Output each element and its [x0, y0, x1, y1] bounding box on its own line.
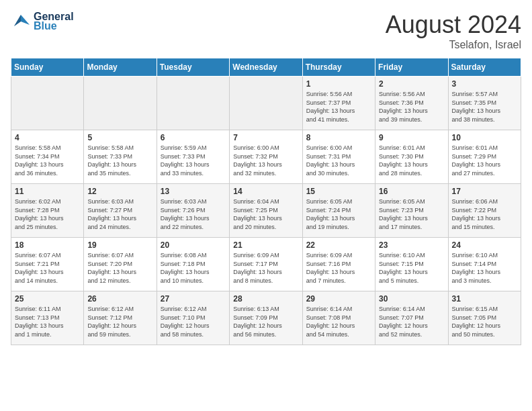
day-number: 19: [87, 240, 152, 250]
calendar-cell: 4Sunrise: 5:58 AM Sunset: 7:34 PM Daylig…: [11, 130, 84, 184]
week-row-0: 1Sunrise: 5:56 AM Sunset: 7:37 PM Daylig…: [11, 77, 521, 130]
day-info: Sunrise: 6:05 AM Sunset: 7:24 PM Dayligh…: [306, 197, 371, 231]
calendar-cell: 12Sunrise: 6:03 AM Sunset: 7:27 PM Dayli…: [84, 184, 157, 238]
week-row-4: 25Sunrise: 6:11 AM Sunset: 7:13 PM Dayli…: [11, 291, 521, 345]
day-number: 14: [233, 187, 298, 196]
day-number: 3: [452, 79, 517, 89]
calendar-cell: 25Sunrise: 6:11 AM Sunset: 7:13 PM Dayli…: [11, 291, 84, 345]
calendar-cell: 19Sunrise: 6:07 AM Sunset: 7:20 PM Dayli…: [84, 238, 157, 291]
header-day-saturday: Saturday: [448, 58, 521, 77]
header-day-friday: Friday: [375, 58, 448, 77]
calendar-cell: [11, 77, 84, 130]
calendar-cell: 5Sunrise: 5:58 AM Sunset: 7:33 PM Daylig…: [84, 130, 157, 184]
day-info: Sunrise: 6:14 AM Sunset: 7:08 PM Dayligh…: [306, 305, 371, 338]
day-info: Sunrise: 5:59 AM Sunset: 7:33 PM Dayligh…: [161, 144, 226, 177]
day-info: Sunrise: 6:01 AM Sunset: 7:29 PM Dayligh…: [452, 144, 517, 177]
day-number: 15: [306, 187, 371, 196]
day-info: Sunrise: 6:07 AM Sunset: 7:20 PM Dayligh…: [87, 251, 152, 285]
day-info: Sunrise: 6:12 AM Sunset: 7:10 PM Dayligh…: [161, 305, 226, 338]
calendar-cell: 6Sunrise: 5:59 AM Sunset: 7:33 PM Daylig…: [157, 130, 229, 184]
header-day-wednesday: Wednesday: [230, 58, 302, 77]
logo-icon: [11, 11, 31, 32]
calendar-cell: [157, 77, 229, 130]
calendar-cell: 26Sunrise: 6:12 AM Sunset: 7:12 PM Dayli…: [84, 291, 157, 345]
day-info: Sunrise: 6:06 AM Sunset: 7:22 PM Dayligh…: [452, 197, 517, 231]
day-info: Sunrise: 6:11 AM Sunset: 7:13 PM Dayligh…: [15, 305, 80, 338]
day-info: Sunrise: 6:10 AM Sunset: 7:14 PM Dayligh…: [452, 251, 517, 285]
calendar-cell: 2Sunrise: 5:56 AM Sunset: 7:36 PM Daylig…: [375, 77, 448, 130]
day-info: Sunrise: 6:03 AM Sunset: 7:26 PM Dayligh…: [161, 197, 226, 231]
day-info: Sunrise: 5:58 AM Sunset: 7:33 PM Dayligh…: [87, 144, 152, 177]
day-info: Sunrise: 5:56 AM Sunset: 7:36 PM Dayligh…: [379, 90, 444, 124]
week-row-1: 4Sunrise: 5:58 AM Sunset: 7:34 PM Daylig…: [11, 130, 521, 184]
day-number: 8: [306, 133, 371, 142]
day-number: 25: [15, 294, 80, 304]
calendar-cell: 1Sunrise: 5:56 AM Sunset: 7:37 PM Daylig…: [302, 77, 375, 130]
calendar-cell: 13Sunrise: 6:03 AM Sunset: 7:26 PM Dayli…: [157, 184, 229, 238]
day-number: 30: [379, 294, 444, 304]
week-row-3: 18Sunrise: 6:07 AM Sunset: 7:21 PM Dayli…: [11, 238, 521, 291]
day-number: 6: [161, 133, 226, 142]
calendar-cell: 22Sunrise: 6:09 AM Sunset: 7:16 PM Dayli…: [302, 238, 375, 291]
day-number: 9: [379, 133, 444, 142]
calendar-cell: 18Sunrise: 6:07 AM Sunset: 7:21 PM Dayli…: [11, 238, 84, 291]
day-info: Sunrise: 6:09 AM Sunset: 7:17 PM Dayligh…: [233, 251, 298, 285]
calendar-cell: 15Sunrise: 6:05 AM Sunset: 7:24 PM Dayli…: [302, 184, 375, 238]
calendar-cell: [84, 77, 157, 130]
calendar-cell: 8Sunrise: 6:00 AM Sunset: 7:31 PM Daylig…: [302, 130, 375, 184]
day-number: 2: [379, 79, 444, 89]
day-info: Sunrise: 5:57 AM Sunset: 7:35 PM Dayligh…: [452, 90, 517, 124]
calendar-cell: 24Sunrise: 6:10 AM Sunset: 7:14 PM Dayli…: [448, 238, 521, 291]
header-day-tuesday: Tuesday: [157, 58, 229, 77]
day-number: 12: [87, 187, 152, 196]
day-info: Sunrise: 6:02 AM Sunset: 7:28 PM Dayligh…: [15, 197, 80, 231]
calendar-cell: 10Sunrise: 6:01 AM Sunset: 7:29 PM Dayli…: [448, 130, 521, 184]
calendar-cell: 31Sunrise: 6:15 AM Sunset: 7:05 PM Dayli…: [448, 291, 521, 345]
day-number: 1: [306, 79, 371, 89]
month-year: August 2024: [386, 11, 521, 39]
calendar-cell: 27Sunrise: 6:12 AM Sunset: 7:10 PM Dayli…: [157, 291, 229, 345]
calendar-cell: 9Sunrise: 6:01 AM Sunset: 7:30 PM Daylig…: [375, 130, 448, 184]
calendar-cell: 7Sunrise: 6:00 AM Sunset: 7:32 PM Daylig…: [230, 130, 302, 184]
day-number: 5: [87, 133, 152, 142]
day-number: 10: [452, 133, 517, 142]
calendar-cell: 16Sunrise: 6:05 AM Sunset: 7:23 PM Dayli…: [375, 184, 448, 238]
day-info: Sunrise: 6:13 AM Sunset: 7:09 PM Dayligh…: [233, 305, 298, 338]
header-row: SundayMondayTuesdayWednesdayThursdayFrid…: [11, 58, 521, 77]
day-number: 13: [161, 187, 226, 196]
day-number: 4: [15, 133, 80, 142]
day-number: 16: [379, 187, 444, 196]
week-row-2: 11Sunrise: 6:02 AM Sunset: 7:28 PM Dayli…: [11, 184, 521, 238]
calendar-header: SundayMondayTuesdayWednesdayThursdayFrid…: [11, 58, 521, 77]
day-number: 28: [233, 294, 298, 304]
day-info: Sunrise: 6:04 AM Sunset: 7:25 PM Dayligh…: [233, 197, 298, 231]
calendar-cell: 23Sunrise: 6:10 AM Sunset: 7:15 PM Dayli…: [375, 238, 448, 291]
day-number: 18: [15, 240, 80, 250]
day-info: Sunrise: 5:56 AM Sunset: 7:37 PM Dayligh…: [306, 90, 371, 124]
day-number: 31: [452, 294, 517, 304]
day-info: Sunrise: 6:00 AM Sunset: 7:32 PM Dayligh…: [233, 144, 298, 177]
day-number: 23: [379, 240, 444, 250]
day-number: 29: [306, 294, 371, 304]
day-number: 22: [306, 240, 371, 250]
calendar-table: SundayMondayTuesdayWednesdayThursdayFrid…: [11, 58, 521, 345]
page-header: General Blue August 2024 Tselafon, Israe…: [11, 11, 521, 51]
calendar-body: 1Sunrise: 5:56 AM Sunset: 7:37 PM Daylig…: [11, 77, 521, 345]
day-info: Sunrise: 6:00 AM Sunset: 7:31 PM Dayligh…: [306, 144, 371, 177]
day-info: Sunrise: 6:01 AM Sunset: 7:30 PM Dayligh…: [379, 144, 444, 177]
header-day-sunday: Sunday: [11, 58, 84, 77]
calendar-cell: [230, 77, 302, 130]
logo-text: General Blue: [34, 11, 74, 32]
calendar-cell: 17Sunrise: 6:06 AM Sunset: 7:22 PM Dayli…: [448, 184, 521, 238]
day-info: Sunrise: 6:12 AM Sunset: 7:12 PM Dayligh…: [87, 305, 152, 338]
day-number: 27: [161, 294, 226, 304]
header-day-thursday: Thursday: [302, 58, 375, 77]
day-info: Sunrise: 5:58 AM Sunset: 7:34 PM Dayligh…: [15, 144, 80, 177]
location: Tselafon, Israel: [386, 39, 521, 51]
day-info: Sunrise: 6:05 AM Sunset: 7:23 PM Dayligh…: [379, 197, 444, 231]
calendar-cell: 3Sunrise: 5:57 AM Sunset: 7:35 PM Daylig…: [448, 77, 521, 130]
calendar-cell: 11Sunrise: 6:02 AM Sunset: 7:28 PM Dayli…: [11, 184, 84, 238]
calendar-cell: 14Sunrise: 6:04 AM Sunset: 7:25 PM Dayli…: [230, 184, 302, 238]
day-number: 11: [15, 187, 80, 196]
day-info: Sunrise: 6:10 AM Sunset: 7:15 PM Dayligh…: [379, 251, 444, 285]
